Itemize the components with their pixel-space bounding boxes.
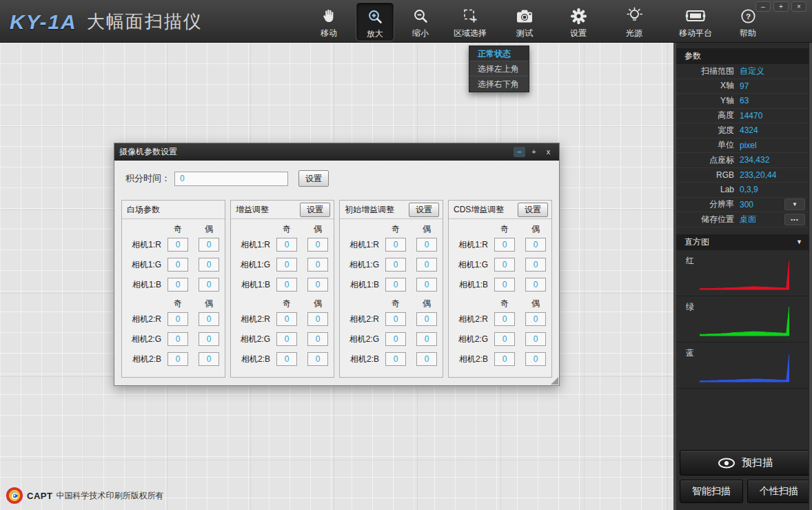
gain-value-input-even[interactable]: 0 (199, 278, 219, 292)
parity-col-header: 偶 (416, 223, 437, 235)
dialog-close-button[interactable]: x (542, 147, 554, 157)
gain-value-input-even[interactable]: 0 (307, 278, 328, 292)
gain-value-input-even[interactable]: 0 (416, 278, 437, 292)
gain-value-input-even[interactable]: 0 (307, 332, 328, 346)
gain-value-input-even[interactable]: 0 (525, 238, 546, 252)
gain-value-input-odd[interactable]: 0 (276, 258, 297, 272)
custom-scan-button[interactable]: 个性扫描 (747, 480, 811, 503)
gain-value-input-odd[interactable]: 0 (385, 312, 406, 326)
gain-value-input-even[interactable]: 0 (416, 258, 437, 272)
tool-test[interactable]: 测试 (500, 2, 549, 41)
parity-col-header: 偶 (199, 223, 219, 235)
dialog-title: 摄像机参数设置 (119, 146, 177, 158)
window-close-button[interactable]: × (791, 1, 806, 12)
gain-value-input-even[interactable]: 0 (307, 258, 328, 272)
gain-value-input-odd[interactable]: 0 (494, 258, 515, 272)
gain-value-input-even[interactable]: 0 (525, 352, 546, 366)
gain-value-input-odd[interactable]: 0 (276, 352, 297, 366)
gain-value-input-even[interactable]: 0 (525, 332, 546, 346)
sidebar-scrollbar[interactable] (809, 43, 812, 510)
tool-zoom-in[interactable]: 放大 (356, 2, 394, 41)
dialog-title-bar[interactable]: 摄像机参数设置 – + x (114, 143, 559, 161)
gain-value-input-odd[interactable]: 0 (494, 278, 515, 292)
dialog-maximize-button[interactable]: + (528, 147, 540, 157)
tool-move[interactable]: 移动 (309, 2, 349, 41)
dialog-minimize-button[interactable]: – (514, 147, 525, 157)
tool-area-select[interactable]: 区域选择 (447, 2, 494, 41)
gain-value-input-odd[interactable]: 0 (168, 278, 188, 292)
gain-value-input-even[interactable]: 0 (416, 238, 437, 252)
gain-value-input-odd[interactable]: 0 (168, 238, 188, 252)
panel-set-button[interactable]: 设置 (300, 203, 330, 217)
gain-value-input-even[interactable]: 0 (199, 258, 219, 272)
tool-light-source[interactable]: 光源 (608, 2, 660, 41)
gain-value-input-even[interactable]: 0 (199, 352, 219, 366)
gain-value-input-odd[interactable]: 0 (168, 258, 188, 272)
tool-label: 放大 (367, 28, 383, 40)
gain-value-input-even[interactable]: 0 (199, 312, 219, 326)
menu-item-select-bottom-right[interactable]: 选择右下角 (469, 76, 529, 92)
platform-icon (685, 5, 706, 27)
gain-value-input-odd[interactable]: 0 (276, 278, 297, 292)
dialog-resize-grip[interactable] (551, 377, 558, 385)
svg-text:?: ? (745, 12, 750, 20)
gain-value-input-even[interactable]: 0 (525, 312, 546, 326)
tool-zoom-out[interactable]: 缩小 (401, 2, 440, 41)
param-row-rgb: RGB 233,20,44 (676, 168, 812, 183)
panel-set-button[interactable]: 设置 (409, 203, 439, 217)
gain-value-input-even[interactable]: 0 (307, 312, 328, 326)
scan-buttons-row: 智能扫描 个性扫描 (680, 480, 811, 503)
gain-row: 相机2:B00 (345, 352, 438, 366)
gain-value-input-even[interactable]: 0 (525, 258, 546, 272)
gain-value-input-odd[interactable]: 0 (385, 278, 406, 292)
window-minimize-button[interactable]: – (755, 1, 771, 12)
integration-set-button[interactable]: 设置 (298, 170, 329, 187)
channel-label: 相机2:R (236, 314, 270, 325)
gain-value-input-odd[interactable]: 0 (494, 312, 515, 326)
gain-value-input-odd[interactable]: 0 (168, 332, 188, 346)
gain-value-input-odd[interactable]: 0 (168, 352, 188, 366)
tool-moving-platform[interactable]: 移动平台 (667, 2, 724, 41)
gain-value-input-even[interactable]: 0 (416, 312, 437, 326)
integration-time-input[interactable]: 0 (174, 172, 288, 186)
gain-value-input-odd[interactable]: 0 (494, 352, 515, 366)
gain-row: 相机1:G00 (345, 258, 438, 272)
histogram-header[interactable]: 直方图 ▼ (676, 234, 812, 250)
channel-label: 相机1:B (236, 279, 270, 291)
gain-value-input-odd[interactable]: 0 (276, 312, 297, 326)
gain-value-input-odd[interactable]: 0 (494, 238, 515, 252)
tool-settings[interactable]: 设置 (556, 2, 601, 41)
parity-col-header: 偶 (199, 298, 219, 309)
gain-value-input-even[interactable]: 0 (307, 238, 328, 252)
gain-value-input-even[interactable]: 0 (525, 278, 546, 292)
smart-scan-button[interactable]: 智能扫描 (680, 480, 743, 503)
window-maximize-button[interactable]: + (773, 1, 789, 12)
gain-value-input-odd[interactable]: 0 (276, 238, 297, 252)
params-header-label: 参数 (684, 50, 701, 62)
storage-browse-button[interactable]: ••• (784, 214, 805, 225)
gain-value-input-even[interactable]: 0 (199, 238, 219, 252)
gain-value-input-odd[interactable]: 0 (276, 332, 297, 346)
gain-value-input-even[interactable]: 0 (199, 332, 219, 346)
panel-set-button[interactable]: 设置 (518, 203, 548, 217)
gain-value-input-odd[interactable]: 0 (385, 332, 406, 346)
prescan-button[interactable]: 预扫描 (680, 450, 811, 476)
gain-value-input-even[interactable]: 0 (416, 332, 437, 346)
param-row-scan-range[interactable]: 扫描范围 自定义 (676, 64, 812, 79)
resolution-dropdown-button[interactable]: ▼ (784, 198, 805, 210)
parity-col-header: 奇 (385, 223, 406, 235)
parity-col-header: 奇 (168, 298, 188, 309)
gain-row: 相机1:B00 (127, 278, 220, 292)
gain-value-input-odd[interactable]: 0 (168, 312, 188, 326)
gain-row: 相机2:B00 (236, 352, 329, 366)
gain-value-input-odd[interactable]: 0 (385, 258, 406, 272)
gain-value-input-odd[interactable]: 0 (385, 352, 406, 366)
gain-value-input-even[interactable]: 0 (307, 352, 328, 366)
param-row-height: 高度 14470 (676, 109, 812, 124)
menu-item-select-top-left[interactable]: 选择左上角 (469, 61, 529, 76)
gain-value-input-odd[interactable]: 0 (494, 332, 515, 346)
gain-value-input-even[interactable]: 0 (416, 352, 437, 366)
gain-value-input-odd[interactable]: 0 (385, 238, 406, 252)
menu-item-normal-state[interactable]: 正常状态 (469, 46, 529, 61)
channel-label: 相机2:B (127, 354, 161, 365)
